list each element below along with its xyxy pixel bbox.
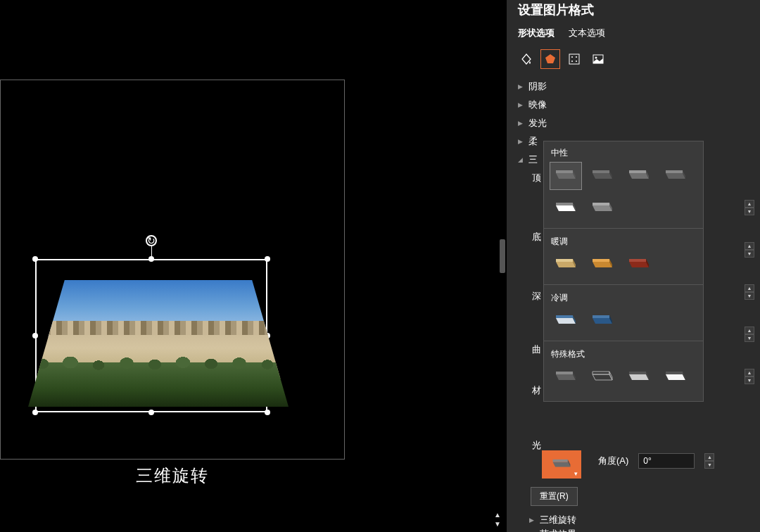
material-neutral-2[interactable] <box>586 162 619 190</box>
material-dropdown-button[interactable] <box>542 450 581 479</box>
angle-label: 角度(A) <box>598 455 628 467</box>
zoom-down-icon[interactable]: ▼ <box>494 520 501 528</box>
sub-bottom-bevel: 底 <box>532 231 541 243</box>
sub-contour: 曲 <box>532 343 541 356</box>
resize-handle-br[interactable] <box>265 410 270 415</box>
section-artistic-effects[interactable]: 艺术效果 <box>518 525 588 532</box>
spinner-control[interactable]: ▲▼ <box>745 327 754 342</box>
reset-button[interactable]: 重置(R) <box>531 487 578 506</box>
section-glow[interactable]: 发光 <box>507 114 760 132</box>
group-warm-label: 暖调 <box>544 230 703 251</box>
rotation-handle[interactable] <box>146 235 157 246</box>
section-label: 映像 <box>528 99 547 111</box>
section-label: 艺术效果 <box>540 528 576 532</box>
sub-depth: 深 <box>532 290 541 303</box>
material-cool-2[interactable] <box>586 307 619 335</box>
spinner-control[interactable]: ▲▼ <box>745 369 754 384</box>
resize-handle-tl[interactable] <box>32 256 38 262</box>
resize-handle-ml[interactable] <box>32 333 38 338</box>
section-label: 阴影 <box>528 80 547 93</box>
spinner-control[interactable]: ▲▼ <box>745 242 754 258</box>
canvas-area: 三维旋转 <box>0 80 345 460</box>
section-label: 发光 <box>528 117 547 129</box>
material-neutral-6[interactable] <box>586 194 619 222</box>
group-special-label: 特殊格式 <box>544 343 703 363</box>
spinner-control[interactable]: ▲▼ <box>745 284 754 300</box>
section-shadow[interactable]: 阴影 <box>507 77 760 96</box>
angle-spinner[interactable]: ▲▼ <box>704 453 714 469</box>
group-neutral-label: 中性 <box>544 141 703 162</box>
scrollbar-thumb[interactable] <box>500 239 505 273</box>
fill-icon[interactable] <box>517 49 536 69</box>
picture-icon[interactable] <box>588 49 608 69</box>
material-special-4[interactable] <box>659 363 692 391</box>
section-reflection[interactable]: 映像 <box>507 96 760 114</box>
format-picture-panel: 设置图片格式 形状选项 文本选项 阴影 映像 发光 柔 三 顶 底 深 曲 材 … <box>507 0 760 532</box>
material-special-2[interactable] <box>586 363 619 391</box>
category-icons <box>507 39 760 72</box>
effects-icon[interactable] <box>540 49 560 69</box>
section-label: 柔 <box>528 135 538 148</box>
panel-title: 设置图片格式 <box>507 0 760 18</box>
resize-handle-bc[interactable] <box>148 410 154 415</box>
group-cool-label: 冷调 <box>544 286 703 307</box>
angle-input[interactable] <box>638 453 695 469</box>
svg-point-3 <box>571 61 573 62</box>
lighting-label: 光 <box>532 439 541 452</box>
picture-content <box>28 280 289 407</box>
sub-material: 材 <box>532 384 541 397</box>
material-cool-1[interactable] <box>550 307 582 335</box>
svg-rect-0 <box>569 54 579 64</box>
material-neutral-5[interactable] <box>550 194 582 222</box>
svg-point-2 <box>576 56 577 58</box>
material-popup: 中性 暖调 冷调 特殊格式 <box>543 141 704 402</box>
section-label: 三 <box>528 153 538 166</box>
svg-point-6 <box>595 57 597 59</box>
material-neutral-1[interactable] <box>550 162 582 190</box>
material-warm-1[interactable] <box>550 251 582 279</box>
size-icon[interactable] <box>564 49 584 69</box>
resize-handle-bl[interactable] <box>32 410 38 415</box>
spinner-control[interactable]: ▲▼ <box>745 200 754 215</box>
material-warm-2[interactable] <box>586 251 619 279</box>
material-neutral-3[interactable] <box>623 162 655 190</box>
svg-point-4 <box>576 61 577 62</box>
material-special-1[interactable] <box>550 363 582 391</box>
tab-text-options[interactable]: 文本选项 <box>569 27 605 39</box>
material-special-3[interactable] <box>623 363 655 391</box>
resize-handle-tr[interactable] <box>265 256 270 262</box>
panel-tabs: 形状选项 文本选项 <box>507 18 760 39</box>
selected-picture[interactable] <box>35 259 267 412</box>
caption-text: 三维旋转 <box>136 464 209 487</box>
zoom-arrows: ▲ ▼ <box>494 511 501 528</box>
material-neutral-4[interactable] <box>659 162 692 190</box>
angle-row: 角度(A) ▲▼ <box>598 453 714 469</box>
tab-shape-options[interactable]: 形状选项 <box>518 27 555 39</box>
resize-handle-tc[interactable] <box>148 256 154 262</box>
zoom-up-icon[interactable]: ▲ <box>494 511 501 519</box>
svg-point-1 <box>571 56 573 58</box>
material-warm-3[interactable] <box>623 251 655 279</box>
